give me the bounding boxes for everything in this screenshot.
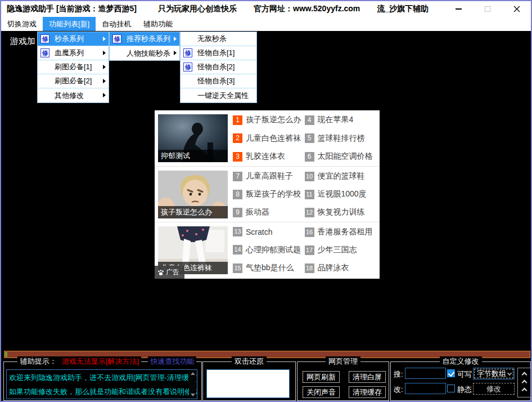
menu-item-label: 刷图必备[1] — [55, 62, 92, 72]
modify-badge-icon: 修 — [183, 48, 192, 57]
menu-item[interactable]: 怪物自杀[3] — [181, 74, 256, 88]
rank-badge: 3 — [233, 152, 242, 162]
submenu-arrow-icon — [103, 51, 106, 55]
ad-link[interactable]: 6太阳能空调价格 — [305, 151, 377, 162]
ad-link-text: 恢复视力训练 — [318, 207, 365, 217]
ad-link[interactable]: 11近视眼1000度 — [305, 189, 377, 199]
ad-link-text: Scratch — [246, 227, 272, 236]
ad-link-text: 篮球鞋排行榜 — [318, 133, 365, 144]
rank-badge: 2 — [233, 133, 242, 143]
menubar-item[interactable]: 切换游戏 — [1, 17, 43, 31]
window-controls — [452, 3, 531, 15]
menubar-item[interactable]: 功能列表[新] — [43, 17, 96, 31]
menu-item-label: 一键逆天全属性 — [197, 91, 249, 101]
web-button[interactable]: 网页刷新 — [303, 371, 340, 383]
spin-control[interactable] — [517, 368, 531, 397]
link-quick-find[interactable]: 快速查找功能 — [148, 356, 196, 367]
ad-link[interactable]: 1孩子叛逆怎么办 — [233, 115, 305, 125]
rank-badge: 1 — [233, 115, 242, 125]
menu-item-label: 血魔系列 — [55, 48, 84, 58]
menu-item[interactable]: 人物技能秒杀 — [110, 46, 179, 60]
menu-item[interactable]: 其他修改 — [38, 88, 109, 102]
static-checkbox[interactable] — [447, 385, 455, 392]
ad-link[interactable]: 12恢复视力训练 — [305, 207, 377, 217]
ad-link[interactable]: 4现在苹果4 — [305, 115, 377, 125]
restore-listbox[interactable] — [206, 369, 290, 398]
ad-link[interactable]: 16香港服务器租用 — [305, 227, 377, 237]
writable-checkbox[interactable] — [447, 369, 455, 377]
ad-image-caption: 抑郁测试 — [158, 150, 228, 162]
ad-link[interactable]: 9振动器 — [233, 207, 305, 217]
ad-link[interactable]: 18品牌泳衣 — [305, 263, 377, 273]
ad-link-text: 叛逆孩子的学校 — [246, 189, 301, 199]
data-type-dropdown[interactable]: 字节数组 — [473, 368, 515, 379]
app-title: 隐逸游戏助手 [当前游戏：造梦西游5] — [7, 4, 137, 14]
menu-item[interactable]: 刷图必备[1] — [38, 60, 109, 74]
scroll-up-icon[interactable] — [191, 372, 195, 375]
title-bar: 隐逸游戏助手 [当前游戏：造梦西游5] 只为玩家用心创造快乐 官方网址：www.… — [1, 1, 531, 17]
app-window: 隐逸游戏助手 [当前游戏：造梦西游5] 只为玩家用心创造快乐 官方网址：www.… — [0, 0, 532, 402]
tips-scrollbar[interactable] — [189, 370, 196, 398]
rank-badge: 13 — [233, 227, 242, 236]
ad-link[interactable]: 5篮球鞋排行榜 — [305, 133, 377, 144]
modify-label: 改: — [394, 385, 403, 395]
menu-kill-series: 修秒杀系列修血魔系列刷图必备[1]刷图必备[2]其他修改 — [37, 32, 109, 103]
ad-link[interactable]: 3乳胶连体衣 — [233, 151, 305, 162]
ad-link-text: 香港服务器租用 — [318, 227, 373, 237]
menu-bar: 切换游戏功能列表[新]自动挂机辅助功能 — [1, 17, 531, 31]
modify-input[interactable] — [405, 383, 446, 394]
menu-item[interactable]: 修秒杀系列 — [38, 32, 109, 46]
ad-link[interactable]: 2儿童白色连裤袜 — [233, 133, 305, 144]
ad-link[interactable]: 14心理抑郁测试题 — [233, 245, 305, 255]
submenu-arrow-icon — [103, 37, 106, 41]
scroll-down-icon[interactable] — [191, 394, 195, 396]
ad-panel: 抑郁测试1孩子叛逆怎么办2儿童白色连裤袜3乳胶连体衣4现在苹果45篮球鞋排行榜6… — [155, 110, 380, 279]
ad-tag-label: 广告 — [166, 267, 179, 277]
ad-image[interactable]: 抑郁测试 — [158, 114, 228, 162]
chevron-up-icon — [521, 388, 527, 394]
title-brand: 流_沙旗下辅助 — [377, 4, 429, 14]
writable-label: 可写 — [457, 369, 472, 379]
close-icon[interactable] — [511, 3, 523, 15]
custom-modify-label: 自定义修改 — [440, 356, 482, 367]
data-type-value: 字节数组 — [474, 369, 506, 379]
web-button[interactable]: 关闭声音 — [303, 386, 340, 398]
ad-link[interactable]: 7儿童高跟鞋子 — [233, 171, 305, 181]
ad-link[interactable]: 13Scratch — [233, 227, 305, 236]
ad-section: 孩子叛逆怎么办7儿童高跟鞋子8叛逆孩子的学校9振动器10便宜的篮球鞋11近视眼1… — [155, 166, 380, 222]
menu-item[interactable]: 刷图必备[2] — [38, 74, 109, 88]
menu-item[interactable]: 修推荐秒杀系列 — [110, 32, 179, 46]
minimize-icon[interactable] — [452, 3, 465, 15]
menu-item[interactable]: 修血魔系列 — [38, 46, 109, 60]
ad-link-text: 孩子叛逆怎么办 — [246, 115, 301, 125]
menu-item-label: 秒杀系列 — [55, 34, 84, 44]
tips-line: 如果功能修改失败，那么就是功能和谐或者没有看说明修改 — [9, 385, 188, 399]
menu-item[interactable]: 无敌秒杀 — [181, 32, 256, 46]
ad-link-text: 便宜的篮球鞋 — [318, 171, 365, 181]
maximize-icon — [481, 3, 494, 15]
ad-link[interactable]: 15气垫bb是什么 — [233, 263, 305, 273]
search-label: 搜: — [394, 369, 403, 379]
ad-link[interactable]: 17少年三国志 — [305, 245, 377, 255]
menu-item-label: 人物技能秒杀 — [127, 48, 170, 59]
web-button[interactable]: 清理白屏 — [349, 371, 386, 383]
ad-link[interactable]: 8叛逆孩子的学校 — [233, 189, 305, 199]
menubar-item[interactable]: 辅助功能 — [137, 17, 179, 31]
search-input[interactable] — [405, 368, 446, 379]
ad-link-text: 品牌泳衣 — [318, 263, 349, 273]
rank-badge: 5 — [305, 133, 314, 143]
tips-textarea[interactable]: 欢迎来到隐逸游戏助手，进不去游戏用[网页管理-清理缓存] 如果功能修改失败，那么… — [6, 369, 197, 399]
chevron-down-icon — [507, 371, 512, 376]
link-display-fix[interactable]: 游戏无法显示[解决方法] — [60, 356, 141, 367]
web-button[interactable]: 清理缓存 — [349, 386, 386, 398]
ad-link[interactable]: 10便宜的篮球鞋 — [305, 171, 377, 181]
menu-item[interactable]: 修怪物自杀[1] — [181, 46, 256, 60]
menubar-item[interactable]: 自动挂机 — [96, 17, 137, 31]
title-site-url: 官方网址：www.520yyfz.com — [254, 4, 360, 14]
menu-item[interactable]: 一键逆天全属性 — [181, 88, 256, 102]
modify-badge-icon: 修 — [40, 48, 49, 57]
modify-button[interactable]: 修改 — [473, 383, 515, 395]
rank-badge: 6 — [305, 152, 314, 162]
ad-image[interactable]: 孩子叛逆怎么办 — [158, 171, 228, 218]
menu-item[interactable]: 修怪物自杀[2] — [181, 60, 256, 74]
